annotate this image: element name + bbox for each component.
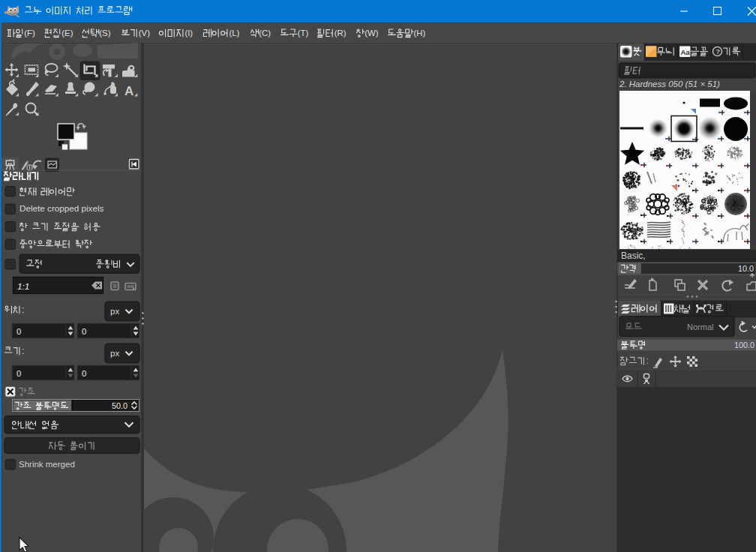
svg-text:(R): (R) [334,28,346,38]
svg-text:A: A [124,84,134,98]
svg-text::: : [646,356,649,366]
svg-text:0: 0 [16,369,21,378]
svg-text:px: px [110,307,119,316]
svg-text:Delete cropped pixels: Delete cropped pixels [20,203,104,213]
svg-text::: : [22,304,24,315]
svg-text:?: ? [716,47,720,56]
svg-text:Normal: Normal [687,322,713,332]
svg-text:(S): (S) [99,28,110,38]
svg-text:0: 0 [82,369,86,378]
svg-text:(L): (L) [229,28,239,38]
svg-text:2. Hardness 050 (51 × 51): 2. Hardness 050 (51 × 51) [619,80,720,88]
svg-text:(W): (W) [364,28,379,38]
svg-text:(T): (T) [298,28,309,38]
svg-text::: : [22,346,24,356]
svg-text:(E): (E) [62,28,73,38]
svg-text:Aa: Aa [681,48,691,56]
svg-text:1:1: 1:1 [17,281,29,292]
svg-text:(H): (H) [413,28,425,38]
svg-text:(F): (F) [24,28,35,38]
svg-text:(V): (V) [139,28,150,38]
svg-text:50.0: 50.0 [112,401,128,410]
svg-text:10.0: 10.0 [738,264,754,273]
svg-text:100.0: 100.0 [734,340,754,350]
svg-text:0: 0 [82,327,86,336]
svg-text:px: px [110,349,119,358]
svg-text:0: 0 [16,327,21,336]
svg-text:Basic,: Basic, [621,250,646,261]
svg-text:(C): (C) [259,28,271,38]
svg-text:(I): (I) [184,28,193,38]
svg-text:Shrink merged: Shrink merged [19,460,75,469]
